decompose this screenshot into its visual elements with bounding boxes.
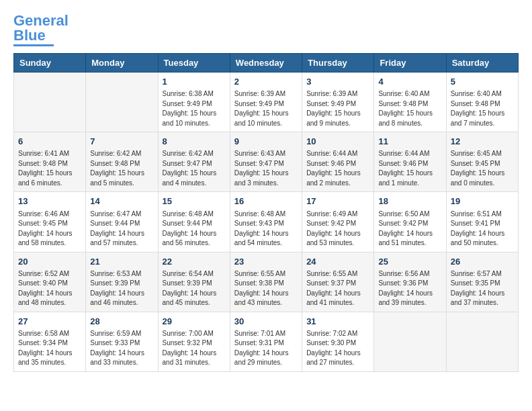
calendar-cell: 12Sunrise: 6:45 AMSunset: 9:45 PMDayligh… [446, 132, 518, 192]
day-info: Sunrise: 6:43 AMSunset: 9:47 PMDaylight:… [234, 149, 298, 188]
calendar-cell: 26Sunrise: 6:57 AMSunset: 9:35 PMDayligh… [446, 252, 518, 312]
logo: General Blue [13, 13, 69, 46]
calendar-cell: 24Sunrise: 6:55 AMSunset: 9:37 PMDayligh… [302, 252, 374, 312]
calendar-cell: 10Sunrise: 6:44 AMSunset: 9:46 PMDayligh… [302, 132, 374, 192]
day-info: Sunrise: 6:39 AMSunset: 9:49 PMDaylight:… [234, 89, 298, 128]
calendar-cell: 20Sunrise: 6:52 AMSunset: 9:40 PMDayligh… [14, 252, 86, 312]
day-info: Sunrise: 6:50 AMSunset: 9:42 PMDaylight:… [378, 210, 441, 248]
day-number: 18 [378, 195, 441, 208]
day-number: 19 [451, 195, 514, 208]
day-of-week-header: Tuesday [158, 54, 230, 73]
calendar-cell: 22Sunrise: 6:54 AMSunset: 9:39 PMDayligh… [158, 252, 230, 312]
day-number: 21 [90, 256, 153, 268]
calendar-cell [14, 73, 86, 132]
day-number: 22 [163, 256, 226, 268]
calendar-cell: 21Sunrise: 6:53 AMSunset: 9:39 PMDayligh… [86, 252, 158, 312]
day-info: Sunrise: 7:02 AMSunset: 9:30 PMDaylight:… [306, 329, 369, 368]
day-info: Sunrise: 6:58 AMSunset: 9:34 PMDaylight:… [18, 329, 81, 368]
day-number: 15 [163, 195, 226, 208]
day-info: Sunrise: 6:57 AMSunset: 9:35 PMDaylight:… [451, 269, 514, 308]
day-info: Sunrise: 6:54 AMSunset: 9:39 PMDaylight:… [163, 269, 226, 308]
calendar-table: SundayMondayTuesdayWednesdayThursdayFrid… [13, 53, 519, 372]
day-of-week-header: Thursday [302, 54, 374, 73]
day-info: Sunrise: 6:47 AMSunset: 9:44 PMDaylight:… [90, 210, 153, 248]
calendar-cell: 4Sunrise: 6:40 AMSunset: 9:48 PMDaylight… [374, 73, 446, 132]
day-of-week-header: Wednesday [230, 54, 302, 73]
day-of-week-header: Sunday [14, 54, 86, 73]
day-info: Sunrise: 6:44 AMSunset: 9:46 PMDaylight:… [378, 149, 441, 188]
calendar-cell: 23Sunrise: 6:55 AMSunset: 9:38 PMDayligh… [230, 252, 302, 312]
day-number: 20 [18, 256, 81, 268]
day-number: 30 [234, 316, 298, 328]
logo-blue: Blue [13, 27, 46, 44]
day-info: Sunrise: 6:39 AMSunset: 9:49 PMDaylight:… [306, 89, 369, 128]
day-number: 13 [18, 195, 81, 208]
logo-text: General Blue [13, 13, 69, 43]
day-info: Sunrise: 6:55 AMSunset: 9:38 PMDaylight:… [234, 269, 298, 308]
day-info: Sunrise: 6:38 AMSunset: 9:49 PMDaylight:… [163, 89, 226, 128]
day-number: 4 [378, 76, 441, 88]
day-info: Sunrise: 6:49 AMSunset: 9:42 PMDaylight:… [306, 210, 369, 248]
day-number: 26 [451, 256, 514, 268]
day-info: Sunrise: 6:40 AMSunset: 9:48 PMDaylight:… [378, 89, 441, 128]
day-number: 5 [451, 76, 514, 88]
calendar-cell: 28Sunrise: 6:59 AMSunset: 9:33 PMDayligh… [86, 312, 158, 371]
day-number: 9 [234, 136, 298, 148]
calendar-week-row: 20Sunrise: 6:52 AMSunset: 9:40 PMDayligh… [14, 252, 519, 312]
day-info: Sunrise: 6:42 AMSunset: 9:47 PMDaylight:… [163, 149, 226, 188]
calendar-cell [446, 312, 518, 371]
calendar-cell: 7Sunrise: 6:42 AMSunset: 9:48 PMDaylight… [86, 132, 158, 192]
calendar-week-row: 27Sunrise: 6:58 AMSunset: 9:34 PMDayligh… [14, 312, 519, 371]
day-info: Sunrise: 6:52 AMSunset: 9:40 PMDaylight:… [18, 269, 81, 308]
calendar-cell: 2Sunrise: 6:39 AMSunset: 9:49 PMDaylight… [230, 73, 302, 132]
day-number: 25 [378, 256, 441, 268]
day-info: Sunrise: 6:41 AMSunset: 9:48 PMDaylight:… [18, 149, 81, 188]
calendar-cell: 18Sunrise: 6:50 AMSunset: 9:42 PMDayligh… [374, 192, 446, 252]
day-info: Sunrise: 6:48 AMSunset: 9:44 PMDaylight:… [163, 210, 226, 248]
calendar-cell: 16Sunrise: 6:48 AMSunset: 9:43 PMDayligh… [230, 192, 302, 252]
calendar-cell: 9Sunrise: 6:43 AMSunset: 9:47 PMDaylight… [230, 132, 302, 192]
day-number: 14 [90, 195, 153, 208]
calendar-cell: 5Sunrise: 6:40 AMSunset: 9:48 PMDaylight… [446, 73, 518, 132]
day-info: Sunrise: 6:51 AMSunset: 9:41 PMDaylight:… [451, 210, 514, 248]
day-info: Sunrise: 6:55 AMSunset: 9:37 PMDaylight:… [306, 269, 369, 308]
day-number: 27 [18, 316, 81, 328]
day-info: Sunrise: 6:56 AMSunset: 9:36 PMDaylight:… [378, 269, 441, 308]
day-info: Sunrise: 6:48 AMSunset: 9:43 PMDaylight:… [234, 210, 298, 248]
day-info: Sunrise: 7:01 AMSunset: 9:31 PMDaylight:… [234, 329, 298, 368]
calendar-cell [374, 312, 446, 371]
day-info: Sunrise: 6:42 AMSunset: 9:48 PMDaylight:… [90, 149, 153, 188]
day-number: 17 [306, 195, 369, 208]
day-info: Sunrise: 6:40 AMSunset: 9:48 PMDaylight:… [451, 89, 514, 128]
day-number: 3 [306, 76, 369, 88]
day-of-week-header: Saturday [446, 54, 518, 73]
calendar-cell: 3Sunrise: 6:39 AMSunset: 9:49 PMDaylight… [302, 73, 374, 132]
day-info: Sunrise: 6:53 AMSunset: 9:39 PMDaylight:… [90, 269, 153, 308]
calendar-cell: 1Sunrise: 6:38 AMSunset: 9:49 PMDaylight… [158, 73, 230, 132]
calendar-cell: 6Sunrise: 6:41 AMSunset: 9:48 PMDaylight… [14, 132, 86, 192]
day-number: 24 [306, 256, 369, 268]
day-number: 31 [306, 316, 369, 328]
calendar-week-row: 13Sunrise: 6:46 AMSunset: 9:45 PMDayligh… [14, 192, 519, 252]
day-number: 16 [234, 195, 298, 208]
calendar-cell: 25Sunrise: 6:56 AMSunset: 9:36 PMDayligh… [374, 252, 446, 312]
calendar-week-row: 1Sunrise: 6:38 AMSunset: 9:49 PMDaylight… [14, 73, 519, 132]
day-number: 1 [163, 76, 226, 88]
day-number: 2 [234, 76, 298, 88]
calendar-cell: 15Sunrise: 6:48 AMSunset: 9:44 PMDayligh… [158, 192, 230, 252]
day-info: Sunrise: 7:00 AMSunset: 9:32 PMDaylight:… [163, 329, 226, 368]
calendar-cell: 31Sunrise: 7:02 AMSunset: 9:30 PMDayligh… [302, 312, 374, 371]
day-number: 23 [234, 256, 298, 268]
day-of-week-header: Monday [86, 54, 158, 73]
logo-underline [13, 44, 54, 46]
day-of-week-header: Friday [374, 54, 446, 73]
calendar-cell: 8Sunrise: 6:42 AMSunset: 9:47 PMDaylight… [158, 132, 230, 192]
day-number: 12 [451, 136, 514, 148]
calendar-cell: 19Sunrise: 6:51 AMSunset: 9:41 PMDayligh… [446, 192, 518, 252]
day-number: 10 [306, 136, 369, 148]
day-info: Sunrise: 6:45 AMSunset: 9:45 PMDaylight:… [451, 149, 514, 188]
day-number: 28 [90, 316, 153, 328]
calendar-cell: 29Sunrise: 7:00 AMSunset: 9:32 PMDayligh… [158, 312, 230, 371]
day-number: 8 [163, 136, 226, 148]
calendar-header-row: SundayMondayTuesdayWednesdayThursdayFrid… [14, 54, 519, 73]
